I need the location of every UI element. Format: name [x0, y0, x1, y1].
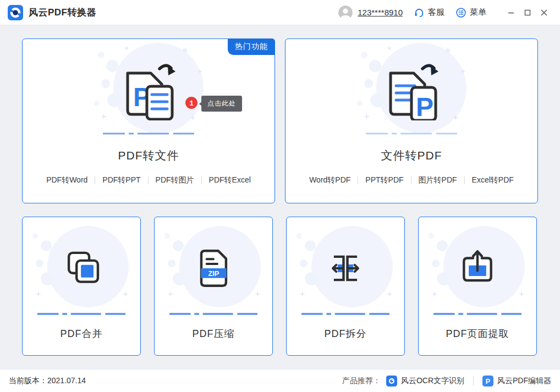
pdf-to-file-icon: P [112, 59, 185, 120]
app-logo-icon [8, 5, 23, 20]
customer-service-label: 客服 [428, 7, 444, 18]
dash-divider [37, 313, 125, 315]
hero-row: 热门功能 [22, 38, 538, 203]
link-pdf-to-ppt[interactable]: PDF转PPT [102, 175, 140, 185]
card-title: 文件转PDF [286, 148, 537, 163]
pdf-merge-icon [57, 244, 106, 292]
card-file-to-pdf[interactable]: P 文件转PDF Word转PDF PPT转PDF 图片转PDF Excel转P… [285, 38, 538, 203]
sub-items: PDF转Word PDF转PPT PDF转图片 PDF转Excel [23, 175, 274, 185]
dash-divider [433, 313, 521, 315]
ocr-logo-icon [386, 376, 397, 387]
file-to-pdf-art: P [286, 39, 537, 132]
doc-letter-p: P [416, 92, 433, 120]
dash-divider [103, 132, 194, 135]
pdf-split-icon [321, 244, 370, 292]
sub-items: Word转PDF PPT转PDF 图片转PDF Excel转PDF [286, 175, 537, 185]
app-title: 风云PDF转换器 [29, 6, 96, 19]
product-editor-label: 风云PDF编辑器 [497, 376, 551, 386]
close-icon [540, 9, 548, 16]
menu-label: 菜单 [470, 7, 486, 18]
card-title: PDF合并 [23, 327, 140, 340]
divider [411, 176, 411, 184]
link-word-to-pdf[interactable]: Word转PDF [309, 175, 350, 185]
menu-icon [455, 7, 466, 18]
dash-divider [301, 313, 389, 315]
dash-divider [169, 313, 257, 315]
account-link[interactable]: 123****8910 [358, 8, 403, 17]
pdf-page-extract-art [419, 217, 536, 312]
card-pdf-to-file[interactable]: 热门功能 [22, 38, 275, 203]
close-button[interactable] [536, 4, 552, 21]
pdf-editor-logo-icon: P [482, 376, 493, 387]
card-pdf-page-extract[interactable]: PDF页面提取 [418, 217, 537, 356]
zip-label: ZIP [208, 269, 219, 278]
recommend-label: 产品推荐： [342, 376, 381, 386]
hot-feature-badge: 热门功能 [228, 38, 275, 55]
card-title: PDF拆分 [287, 327, 404, 340]
editor-letter-p: P [486, 377, 490, 385]
app-window: 风云PDF转换器 123****8910 客服 [0, 0, 560, 392]
window-controls [503, 4, 552, 21]
avatar[interactable] [338, 5, 353, 20]
card-title: PDF页面提取 [419, 327, 536, 340]
product-editor-link[interactable]: P 风云PDF编辑器 [482, 376, 551, 387]
product-ocr-label: 风云OCR文字识别 [401, 376, 464, 386]
card-pdf-split[interactable]: PDF拆分 [286, 217, 405, 356]
file-to-pdf-icon: P [375, 59, 448, 120]
menu-button[interactable]: 菜单 [455, 7, 486, 18]
product-recommendations: 产品推荐： 风云OCR文字识别 P 风云PDF编辑器 [342, 376, 551, 387]
dash-divider [366, 132, 457, 135]
main-content: 热门功能 [0, 25, 560, 369]
divider [148, 176, 149, 184]
link-excel-to-pdf[interactable]: Excel转PDF [472, 175, 514, 185]
version-label: 当前版本：2021.07.14 [9, 376, 86, 386]
link-image-to-pdf[interactable]: 图片转PDF [419, 175, 457, 185]
link-pdf-to-excel[interactable]: PDF转Excel [209, 175, 251, 185]
link-ppt-to-pdf[interactable]: PPT转PDF [365, 175, 403, 185]
notification-badge: 1 [185, 97, 197, 109]
card-pdf-compress[interactable]: ZIP PDF压缩 [154, 217, 273, 356]
divider [95, 176, 95, 184]
product-ocr-link[interactable]: 风云OCR文字识别 [386, 376, 464, 387]
link-pdf-to-image[interactable]: PDF转图片 [156, 175, 194, 185]
titlebar-right: 123****8910 客服 菜单 [338, 4, 552, 21]
divider [201, 176, 202, 184]
app-brand: 风云PDF转换器 [8, 5, 96, 20]
pdf-compress-art: ZIP [155, 217, 272, 312]
customer-service-button[interactable]: 客服 [414, 7, 444, 18]
titlebar: 风云PDF转换器 123****8910 客服 [0, 0, 560, 25]
minimize-button[interactable] [503, 4, 519, 21]
maximize-icon [524, 9, 531, 16]
maximize-button[interactable] [519, 4, 536, 21]
headset-icon [414, 7, 425, 18]
pdf-compress-zip-icon: ZIP [189, 244, 238, 292]
statusbar: 当前版本：2021.07.14 产品推荐： 风云OCR文字识别 P 风云PDF编… [0, 369, 560, 392]
card-pdf-merge[interactable]: PDF合并 [22, 217, 141, 356]
divider [358, 176, 358, 184]
tools-row: PDF合并 Z [22, 217, 538, 356]
pdf-merge-art [23, 217, 140, 312]
card-title: PDF转文件 [23, 148, 274, 163]
pdf-page-extract-icon [453, 244, 502, 292]
link-pdf-to-word[interactable]: PDF转Word [46, 175, 87, 185]
card-title: PDF压缩 [155, 327, 272, 340]
minimize-icon [507, 9, 515, 16]
divider [473, 376, 474, 386]
divider [464, 176, 465, 184]
pdf-split-art [287, 217, 404, 312]
click-here-tooltip: 点击此处 [201, 96, 242, 112]
